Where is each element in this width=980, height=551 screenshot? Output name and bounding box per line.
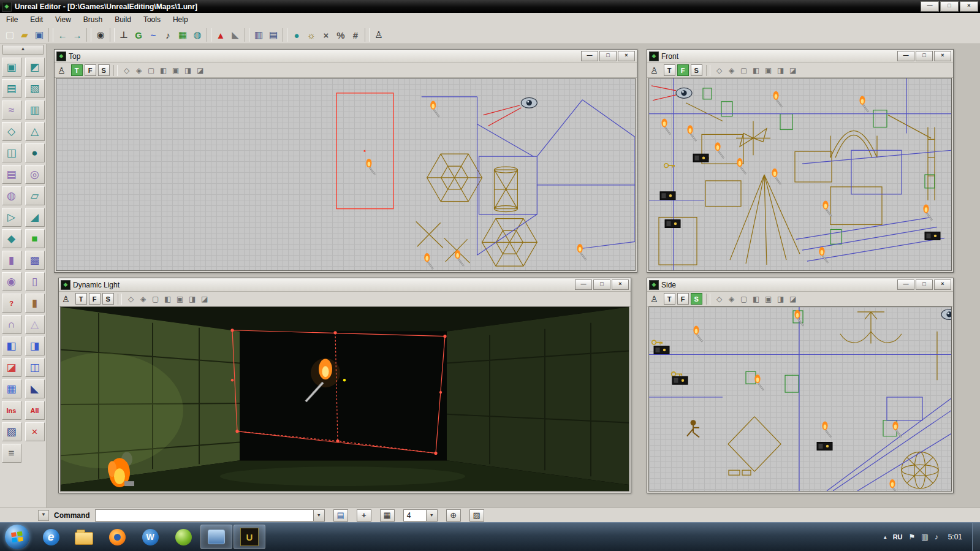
viewport-side-titlebar[interactable]: ◆ Side — □ × — [647, 278, 953, 292]
viewport-dynamic-canvas[interactable] — [60, 306, 629, 492]
taskbar-window-app-button[interactable] — [200, 525, 232, 549]
select-all-button[interactable]: All — [25, 401, 45, 420]
search-actors-button[interactable]: ◉ — [93, 28, 108, 42]
dynamic-light-mode-icon[interactable]: ◨ — [187, 294, 198, 304]
show-desktop-button[interactable] — [972, 523, 980, 551]
polys-mode-icon[interactable]: ▢ — [150, 294, 161, 304]
zone-portal-mode-icon[interactable]: ◈ — [134, 65, 145, 75]
menu-tools[interactable]: Tools — [137, 13, 167, 26]
network-icon[interactable]: ▥ — [921, 533, 928, 541]
wireframe-mode-icon[interactable]: ◇ — [714, 65, 725, 75]
add-mover-brush-button[interactable]: ▮ — [25, 294, 45, 313]
zone-view-icon[interactable]: ◪ — [788, 294, 799, 304]
log-window-button[interactable]: ▤ — [333, 509, 348, 522]
lighting-mode-icon[interactable]: ◧ — [158, 65, 169, 75]
camera-crosshair-button[interactable]: + — [357, 509, 371, 522]
lighting-mode-icon[interactable]: ◧ — [162, 294, 173, 304]
viewport-minimize-button[interactable]: — — [575, 279, 592, 290]
zone-portal-mode-icon[interactable]: ◈ — [726, 294, 737, 304]
diamond-brush-button[interactable]: ◆ — [2, 229, 21, 248]
top-mode-button[interactable]: T — [71, 64, 83, 76]
dynamic-light-mode-icon[interactable]: ◨ — [775, 65, 786, 75]
torus-brush-button[interactable]: ◎ — [25, 165, 45, 184]
add-special-brush-button[interactable]: ▯ — [25, 272, 45, 291]
app-titlebar[interactable]: ◆ Unreal Editor - [D:\Games\UnrealEditin… — [0, 0, 980, 13]
copy-selection-button[interactable]: ◫ — [25, 358, 45, 377]
card-brush-button[interactable]: ▱ — [25, 186, 45, 205]
csg-deintersect-button[interactable]: ◉ — [2, 272, 21, 291]
menu-file[interactable]: File — [0, 13, 24, 26]
side-mode-button[interactable]: S — [98, 64, 110, 76]
command-dropdown-button[interactable]: ▼ — [313, 510, 324, 521]
top-mode-button[interactable]: T — [664, 293, 675, 305]
wireframe-mode-icon[interactable]: ◇ — [126, 294, 137, 304]
csg-add-button[interactable]: ■ — [25, 229, 45, 248]
front-mode-button[interactable]: F — [677, 293, 689, 305]
command-input[interactable] — [96, 510, 313, 521]
volume-icon[interactable]: ♪ — [935, 533, 938, 541]
select-ins-button[interactable]: Ins — [2, 401, 21, 420]
select-outside-button[interactable]: ◨ — [25, 336, 45, 355]
taskbar-green-app-button[interactable] — [167, 525, 199, 549]
sheet-brush-button[interactable]: ◇ — [2, 122, 21, 141]
build-lighting-button[interactable]: ☼ — [304, 28, 319, 42]
terrain-brush-button[interactable]: ≈ — [2, 101, 21, 120]
palette-scroll-up-button[interactable]: ▲ — [2, 45, 44, 55]
grid-size-dropdown-button[interactable]: ▼ — [426, 510, 437, 521]
measure-tool-button[interactable]: ⊥ — [116, 28, 131, 42]
hidden-icons-button[interactable]: ▴ — [884, 534, 887, 540]
wireframe-mode-icon[interactable]: ◇ — [714, 294, 725, 304]
viewport-maximize-button[interactable]: □ — [593, 279, 610, 290]
viewport-close-button[interactable]: × — [618, 51, 635, 61]
minimize-button[interactable]: — — [921, 1, 939, 12]
viewport-top-canvas[interactable] — [56, 78, 636, 271]
top-mode-button[interactable]: T — [75, 293, 87, 305]
open-map-button[interactable]: ▰ — [17, 28, 32, 42]
rotation-grid-button[interactable]: ⊕ — [446, 509, 461, 522]
viewport-front-canvas[interactable] — [648, 78, 952, 271]
clock[interactable]: 5:01 — [944, 533, 966, 541]
drawgrid-toggle-button[interactable]: ▦ — [380, 509, 395, 522]
front-mode-button[interactable]: F — [677, 64, 689, 76]
actor-browser-button[interactable]: ▥ — [251, 28, 266, 42]
menu-brush[interactable]: Brush — [77, 13, 108, 26]
polys-mode-icon[interactable]: ▢ — [739, 65, 750, 75]
viewport-top-titlebar[interactable]: ◆ Top — □ × — [55, 50, 637, 63]
cube-brush-button[interactable]: ▣ — [2, 58, 21, 77]
taskbar-ie-button[interactable]: e — [35, 525, 67, 549]
viewport-dynamic-titlebar[interactable]: ◆ Dynamic Light — □ × — [59, 278, 631, 292]
select-inside-button[interactable]: ◧ — [2, 336, 21, 355]
group-browser-button[interactable]: G — [131, 28, 146, 42]
actor-control-icon[interactable]: ♙ — [650, 66, 658, 75]
textured-mode-icon[interactable]: ▣ — [175, 294, 186, 304]
side-mode-button[interactable]: S — [691, 64, 702, 76]
taskbar-unrealed-button[interactable]: U — [234, 525, 265, 549]
actor-control-icon[interactable]: ♙ — [62, 294, 70, 304]
help-button[interactable]: ? — [2, 294, 21, 313]
taskbar-firefox-button[interactable] — [101, 525, 133, 549]
action-center-icon[interactable]: ⚑ — [909, 533, 916, 541]
zone-view-icon[interactable]: ◪ — [199, 294, 210, 304]
viewport-minimize-button[interactable]: — — [581, 51, 598, 61]
sheet-stack-brush-button[interactable]: ▤ — [2, 165, 21, 184]
volumetric-brush-button[interactable]: ◫ — [2, 143, 21, 162]
zone-view-icon[interactable]: ◪ — [195, 65, 206, 75]
spiral-stair-brush-button[interactable]: ▧ — [25, 79, 45, 98]
textured-mode-icon[interactable]: ▣ — [763, 65, 774, 75]
show-selection-button[interactable]: ▨ — [2, 422, 21, 441]
align-panels-button[interactable]: ≡ — [2, 444, 21, 463]
taskbar-explorer-button[interactable] — [68, 525, 100, 549]
textured-mode-icon[interactable]: ▣ — [170, 65, 181, 75]
cylinder-brush-button[interactable]: ▥ — [25, 101, 45, 120]
grid-selection-button[interactable]: ▦ — [2, 379, 21, 398]
actor-control-icon[interactable]: ♙ — [58, 66, 66, 75]
menu-view[interactable]: View — [49, 13, 77, 26]
dynamic-light-mode-icon[interactable]: ◨ — [183, 65, 194, 75]
texture-lock-button[interactable]: ▨ — [469, 509, 484, 522]
viewport-maximize-button[interactable]: □ — [599, 51, 617, 61]
textured-mode-icon[interactable]: ▣ — [763, 294, 774, 304]
viewport-maximize-button[interactable]: □ — [916, 279, 933, 290]
save-map-button[interactable]: ▣ — [32, 28, 47, 42]
build-stats-button[interactable]: % — [333, 28, 348, 42]
close-button[interactable]: × — [960, 1, 978, 12]
